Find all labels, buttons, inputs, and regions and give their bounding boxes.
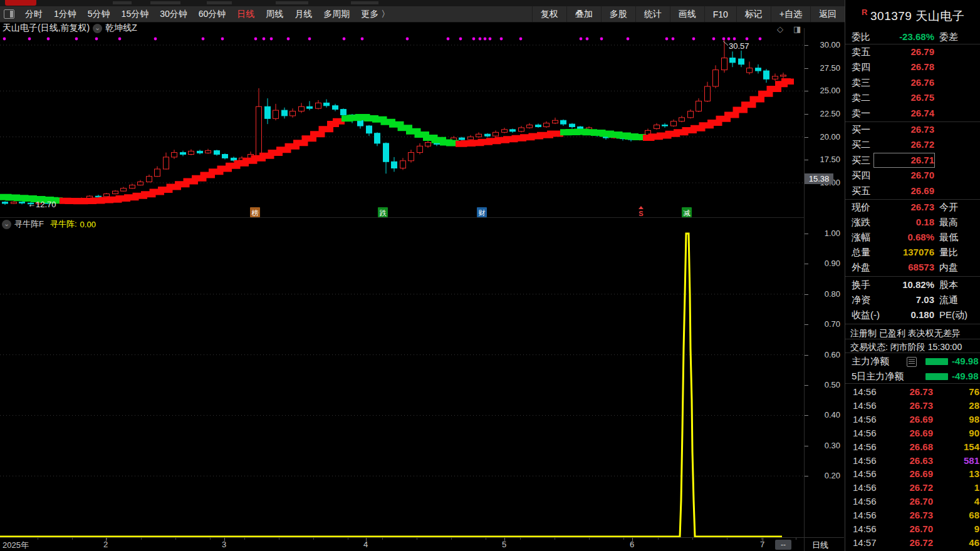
bid-row-5[interactable]: 买五26.69	[845, 184, 980, 198]
stat-label2: 内盘	[939, 260, 958, 274]
tool-button-返回[interactable]: 返回	[810, 6, 845, 22]
sub-indicator-label: 寻牛阵:	[50, 219, 77, 230]
tick-trade-row: 14:5626.7368	[845, 508, 980, 522]
candle-up	[417, 146, 423, 152]
bid-row-2[interactable]: 买二26.72	[845, 138, 980, 152]
candle-up	[696, 101, 702, 111]
list-icon[interactable]	[907, 357, 917, 367]
section-separator	[845, 383, 980, 384]
tick-volume: 4	[974, 495, 979, 508]
tick-trade-row: 14:5626.721	[845, 481, 980, 495]
ask-price: 26.76	[874, 76, 934, 90]
candle-down	[96, 196, 102, 197]
period-tab-日线[interactable]: 日线	[231, 9, 260, 20]
ask-row-5[interactable]: 卖五26.79	[845, 45, 980, 59]
tool-button-F10[interactable]: F10	[704, 6, 736, 22]
main-candlestick-chart[interactable]: 榜跌财S减←12.7030.57	[0, 28, 805, 218]
tick-volume: 90	[969, 426, 979, 440]
period-tab-5分钟[interactable]: 5分钟	[82, 9, 116, 20]
price-tick-label: 17.50	[820, 155, 840, 164]
section-separator	[845, 353, 980, 353]
candle-down	[3, 202, 8, 203]
ask-row-1[interactable]: 卖一26.74	[845, 106, 980, 120]
tick-price: 26.73	[894, 508, 933, 522]
stat-row-总量: 总量137076量比	[845, 245, 980, 259]
sub-indicator-chart[interactable]	[0, 230, 805, 537]
tick-time: 14:56	[853, 399, 877, 413]
main-flow-row[interactable]: 主力净额-49.98	[845, 354, 980, 368]
axis-tick-mark	[805, 68, 808, 69]
year-label: 2025年	[3, 540, 29, 551]
candle-up	[147, 177, 152, 182]
candle-up	[468, 137, 474, 140]
candle-up	[189, 151, 194, 154]
candle-down	[570, 124, 575, 126]
tick-time: 14:57	[853, 536, 877, 550]
tool-button-画线[interactable]: 画线	[670, 6, 704, 22]
candle-up	[527, 125, 533, 128]
sub-value-axis: 1.000.900.800.700.600.500.400.300.20	[805, 230, 844, 537]
axis-tick-mark	[805, 264, 808, 264]
candle-down	[265, 106, 271, 118]
ask-row-3[interactable]: 卖三26.76	[845, 76, 980, 90]
tick-price: 26.72	[894, 536, 933, 550]
ribbon-up	[60, 118, 341, 201]
tick-time: 14:56	[853, 413, 877, 426]
bid-row-1[interactable]: 买一26.73	[845, 123, 980, 136]
main-flow-label: 主力净额	[852, 354, 889, 368]
tick-trade-row: 14:5626.63581	[845, 454, 980, 468]
tick-trade-row: 14:5626.68154	[845, 440, 980, 454]
stat-label2: 流通	[939, 293, 958, 307]
stat-value: 68573	[874, 260, 934, 274]
stat-row-收益(-): 收益(-)0.180PE(动)	[845, 308, 980, 322]
signal-dots	[3, 38, 762, 41]
stat-row-换手: 换手10.82%股本	[845, 278, 980, 292]
tool-button-统计[interactable]: 统计	[635, 6, 670, 22]
candle-up	[679, 118, 685, 121]
weibi-value: -23.68%	[874, 30, 934, 44]
period-tab-60分钟[interactable]: 60分钟	[193, 9, 232, 20]
stat-row-净资: 净资7.03流通	[845, 293, 980, 307]
chevron-circle-icon[interactable]: ⌄	[2, 220, 11, 229]
minor-tick	[486, 538, 486, 540]
period-tab-30分钟[interactable]: 30分钟	[154, 9, 193, 20]
period-tab-周线[interactable]: 周线	[260, 9, 289, 20]
candle-up	[290, 111, 296, 116]
candle-up	[722, 58, 727, 70]
tool-button-多股[interactable]: 多股	[601, 6, 635, 22]
stat-label2: 最高	[939, 215, 958, 229]
weibi-row: 委比-23.68%委差	[845, 30, 980, 44]
tool-button-+自选[interactable]: +自选	[771, 6, 810, 22]
sub-indicator-name[interactable]: 寻牛阵F	[14, 219, 44, 230]
candle-down	[459, 138, 465, 140]
candle-up	[747, 68, 753, 73]
ask-label: 卖四	[852, 60, 870, 74]
more-dates-box[interactable]: --	[775, 540, 791, 550]
tick-trade-row: 14:5626.6913	[845, 467, 980, 481]
period-tab-多周期[interactable]: 多周期	[318, 9, 355, 20]
tool-button-叠加[interactable]: 叠加	[566, 6, 601, 22]
period-tab-分时[interactable]: 分时	[19, 9, 48, 20]
main-price-axis: 30.0027.5025.0022.5020.0017.5015.0015.38	[805, 28, 844, 218]
tool-button-复权[interactable]: 复权	[532, 6, 566, 22]
period-tab-月线[interactable]: 月线	[289, 9, 318, 20]
stat-row-现价: 现价26.73今开	[845, 200, 980, 214]
app-logo-block	[5, 0, 36, 6]
period-tab-1分钟[interactable]: 1分钟	[48, 9, 82, 20]
layout-split-icon[interactable]	[4, 9, 14, 19]
bid-row-3[interactable]: 买三26.71	[845, 153, 980, 167]
tool-button-标记[interactable]: 标记	[736, 6, 771, 22]
weicha-label: 委差	[939, 30, 958, 44]
axis-tick-mark	[805, 415, 808, 416]
candle-up	[172, 153, 177, 157]
period-tab-15分钟[interactable]: 15分钟	[116, 9, 155, 20]
minor-tick	[658, 538, 659, 540]
period-tab-更多 〉[interactable]: 更多 〉	[355, 9, 395, 20]
status-period-cell[interactable]: 日线	[812, 540, 828, 551]
main-flow-5d-row[interactable]: 5日主力净额-49.98	[845, 369, 980, 383]
ask-row-2[interactable]: 卖二26.75	[845, 91, 980, 105]
bid-row-4[interactable]: 买四26.70	[845, 168, 980, 182]
ask-row-4[interactable]: 卖四26.78	[845, 60, 980, 74]
minor-tick	[451, 538, 452, 540]
tick-time: 14:56	[853, 385, 877, 399]
